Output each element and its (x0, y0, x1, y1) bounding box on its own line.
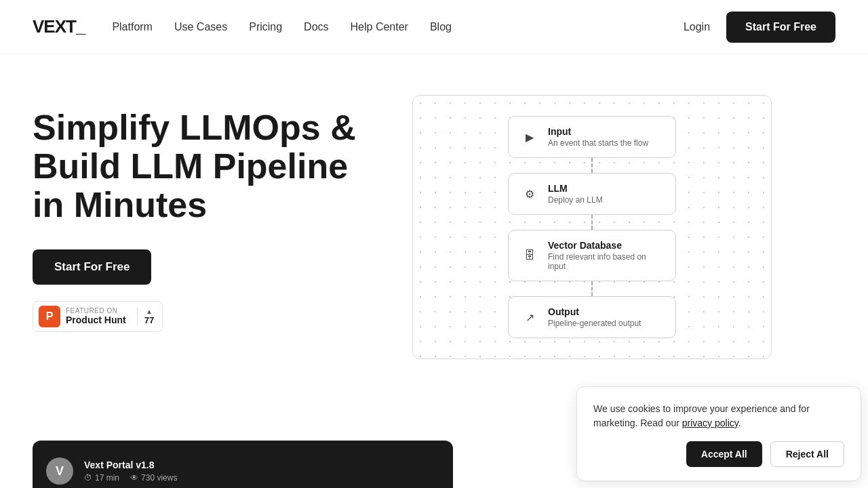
node-info-llm: LLM Deploy an LLM (548, 183, 665, 205)
video-avatar: V (46, 458, 73, 485)
logo-text: VEXT_ (33, 16, 85, 37)
nav-links: PlatformUse CasesPricingDocsHelp CenterB… (112, 21, 684, 33)
privacy-policy-link[interactable]: privacy policy (682, 418, 738, 428)
cookie-actions: Accept All Reject All (593, 441, 844, 467)
hero-left: Simplify LLMOps & Build LLM Pipeline in … (33, 95, 385, 359)
node-icon-llm: ⚙ (519, 184, 540, 204)
clock-icon: ⏱ (84, 473, 92, 483)
accept-all-button[interactable]: Accept All (686, 441, 762, 467)
video-meta: ⏱ 17 min 👁 730 views (84, 473, 439, 483)
node-info-output: Output Pipeline-generated output (548, 306, 665, 328)
cookie-text: We use cookies to improve your experienc… (593, 402, 844, 430)
product-hunt-count: ▲ 77 (137, 308, 154, 325)
product-hunt-text: FEATURED ON Product Hunt (66, 307, 126, 325)
node-title-vector-database: Vector Database (548, 240, 665, 251)
node-icon-output: ↗ (519, 307, 540, 327)
product-hunt-featured: FEATURED ON (66, 307, 126, 314)
video-views: 👁 730 views (130, 473, 177, 483)
nav-link-blog[interactable]: Blog (430, 21, 452, 33)
pipeline-node-input: ▶ Input An event that starts the flow (508, 116, 676, 158)
nav-link-docs[interactable]: Docs (304, 21, 328, 33)
hero-cta-button[interactable]: Start For Free (33, 249, 151, 285)
nav-link-use-cases[interactable]: Use Cases (174, 21, 227, 33)
hero-section: Simplify LLMOps & Build LLM Pipeline in … (0, 54, 868, 359)
video-preview[interactable]: V Vext Portal v1.8 ⏱ 17 min 👁 730 views (33, 441, 453, 488)
node-info-input: Input An event that starts the flow (548, 126, 665, 148)
eye-icon: 👁 (130, 473, 138, 483)
login-button[interactable]: Login (684, 21, 710, 33)
node-desc-vector-database: Find relevant info based on input (548, 252, 665, 271)
product-hunt-badge[interactable]: P FEATURED ON Product Hunt ▲ 77 (33, 301, 163, 332)
pipeline-canvas: ▶ Input An event that starts the flow ⚙ … (412, 95, 772, 359)
reject-all-button[interactable]: Reject All (770, 441, 844, 467)
node-desc-output: Pipeline-generated output (548, 319, 665, 328)
hero-right: ▶ Input An event that starts the flow ⚙ … (412, 95, 835, 359)
nav-right: Login Start For Free (684, 12, 835, 43)
connector-2 (591, 281, 593, 296)
nav-link-platform[interactable]: Platform (112, 21, 153, 33)
pipeline-node-llm: ⚙ LLM Deploy an LLM (508, 173, 676, 215)
product-hunt-name: Product Hunt (66, 314, 126, 325)
node-desc-input: An event that starts the flow (548, 138, 665, 148)
node-title-input: Input (548, 126, 665, 137)
nav-link-pricing[interactable]: Pricing (249, 21, 282, 33)
pipeline-node-output: ↗ Output Pipeline-generated output (508, 296, 676, 338)
connector-1 (591, 215, 593, 230)
node-info-vector-database: Vector Database Find relevant info based… (548, 240, 665, 271)
node-desc-llm: Deploy an LLM (548, 195, 665, 205)
video-duration: ⏱ 17 min (84, 473, 119, 483)
pipeline-node-vector-database: 🗄 Vector Database Find relevant info bas… (508, 230, 676, 281)
nav-cta-button[interactable]: Start For Free (726, 12, 835, 43)
video-info: Vext Portal v1.8 ⏱ 17 min 👁 730 views (84, 460, 439, 483)
product-hunt-icon: P (39, 306, 60, 327)
nav-link-help-center[interactable]: Help Center (351, 21, 408, 33)
node-icon-input: ▶ (519, 127, 540, 147)
connector-0 (591, 158, 593, 173)
navbar: VEXT_ PlatformUse CasesPricingDocsHelp C… (0, 0, 868, 54)
logo[interactable]: VEXT_ (33, 16, 85, 37)
node-title-output: Output (548, 306, 665, 317)
node-icon-vector-database: 🗄 (519, 245, 540, 266)
cookie-banner: We use cookies to improve your experienc… (576, 386, 861, 481)
video-title: Vext Portal v1.8 (84, 460, 439, 470)
node-title-llm: LLM (548, 183, 665, 194)
hero-title: Simplify LLMOps & Build LLM Pipeline in … (33, 108, 385, 225)
